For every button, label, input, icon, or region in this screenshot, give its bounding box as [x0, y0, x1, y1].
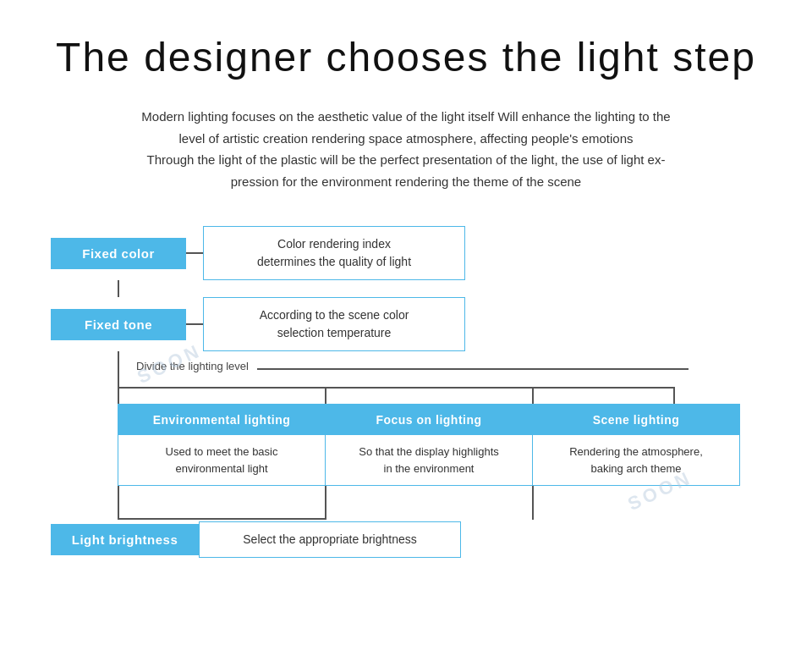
bottom-v-mid1 — [325, 486, 326, 520]
fixed-color-desc: Color rendering indexdetermines the qual… — [203, 226, 465, 280]
col-focus-desc: So that the display highlightsin the env… — [326, 435, 532, 485]
branch-v-mid1 — [325, 387, 326, 404]
branch-v-mid2 — [532, 387, 534, 404]
bottom-branch — [118, 486, 761, 520]
col-environmental-header: Environmental lighting — [118, 405, 325, 435]
v-line-1 — [118, 280, 119, 297]
divide-h-line — [257, 368, 689, 370]
diagram-wrapper: Fixed color Color rendering indexdetermi… — [51, 226, 761, 558]
col-scene-header: Scene lighting — [533, 405, 739, 435]
branch-container — [118, 387, 761, 404]
intro-text: Modern lighting focuses on the aesthetic… — [51, 106, 761, 192]
fixed-tone-label: Fixed tone — [51, 309, 186, 340]
col-environmental: Environmental lighting Used to meet the … — [118, 404, 326, 486]
light-brightness-label: Light brightness — [51, 524, 199, 555]
connector-h2 — [186, 323, 203, 325]
col-scene-desc: Rendering the atmosphere,baking arch the… — [533, 435, 739, 485]
bottom-h-line — [118, 518, 326, 520]
bottom-v-right — [532, 486, 534, 520]
fixed-tone-desc: According to the scene colorselection te… — [203, 297, 465, 351]
page-title: The designer chooses the light step — [51, 34, 761, 80]
branch-h-top — [118, 387, 675, 389]
fixed-color-row: Fixed color Color rendering indexdetermi… — [51, 226, 761, 280]
connector-h1 — [186, 252, 203, 254]
col-environmental-desc: Used to meet the basicenvironmental ligh… — [118, 435, 325, 485]
branch-v-left — [118, 387, 119, 404]
bottom-v-left — [118, 486, 119, 520]
divide-label: Divide the lighting level — [136, 351, 249, 372]
three-cols: Environmental lighting Used to meet the … — [118, 404, 761, 486]
branch-v-right — [673, 387, 675, 404]
fixed-color-label: Fixed color — [51, 238, 186, 269]
divide-section: Divide the lighting level — [51, 351, 761, 387]
light-brightness-desc: Select the appropriate brightness — [199, 521, 461, 558]
v-line-2 — [118, 351, 119, 387]
col-scene: Scene lighting Rendering the atmosphere,… — [532, 404, 740, 486]
col-focus-header: Focus on lighting — [326, 405, 532, 435]
fixed-tone-row: Fixed tone According to the scene colors… — [51, 297, 761, 351]
light-brightness-row: Light brightness Select the appropriate … — [51, 521, 761, 558]
col-focus: Focus on lighting So that the display hi… — [325, 404, 533, 486]
